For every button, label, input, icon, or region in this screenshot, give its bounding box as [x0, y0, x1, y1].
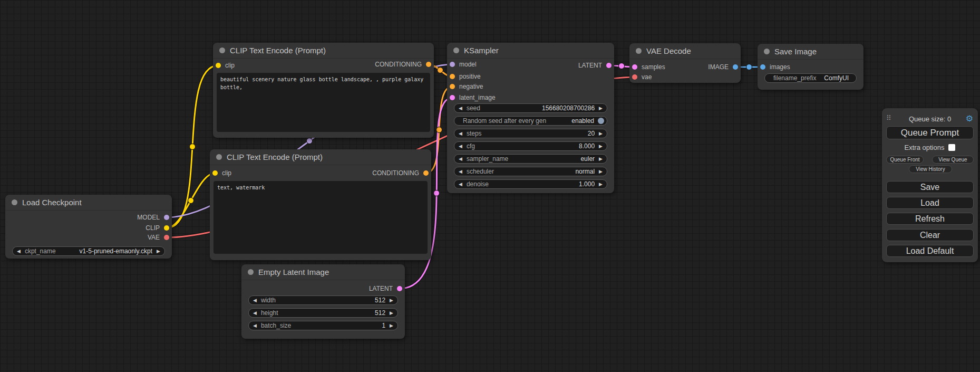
input-port-clip[interactable]: clip — [212, 169, 231, 177]
node-titlebar[interactable]: CLIP Text Encode (Prompt) — [213, 43, 434, 59]
node-titlebar[interactable]: Empty Latent Image — [241, 264, 405, 280]
decrement-arrow-icon[interactable]: ◀ — [454, 142, 467, 150]
increment-arrow-icon[interactable]: ▶ — [595, 104, 607, 112]
node-clip-text-encode-negative[interactable]: CLIP Text Encode (Prompt) clip CONDITION… — [210, 149, 431, 260]
node-collapse-dot-icon[interactable] — [764, 49, 770, 54]
increment-arrow-icon[interactable]: ▶ — [385, 309, 397, 317]
port-dot[interactable] — [164, 225, 169, 231]
input-port-positive[interactable]: positive — [450, 72, 481, 81]
port-dot[interactable] — [164, 215, 169, 220]
prompt-textarea[interactable]: beautiful scenery nature glass bottle la… — [217, 73, 430, 132]
output-port-conditioning[interactable]: CONDITIONING — [372, 169, 429, 177]
decrement-arrow-icon[interactable]: ◀ — [249, 296, 261, 304]
node-titlebar[interactable]: CLIP Text Encode (Prompt) — [210, 149, 431, 165]
port-dot[interactable] — [632, 64, 637, 70]
increment-arrow-icon[interactable]: ▶ — [385, 321, 397, 330]
decrement-arrow-icon[interactable]: ◀ — [249, 321, 261, 330]
decrement-arrow-icon[interactable]: ◀ — [454, 129, 467, 138]
port-dot[interactable] — [216, 63, 221, 68]
node-collapse-dot-icon[interactable] — [12, 199, 17, 205]
input-port-samples[interactable]: samples — [632, 63, 665, 71]
output-port-image[interactable]: IMAGE — [708, 63, 738, 71]
input-port-vae[interactable]: vae — [632, 73, 652, 81]
steps-widget[interactable]: ◀ steps 20 ▶ — [454, 129, 607, 138]
node-collapse-dot-icon[interactable] — [219, 47, 225, 53]
seed-widget[interactable]: ◀ seed 156680208700286 ▶ — [454, 103, 607, 113]
output-port-model[interactable]: MODEL — [137, 213, 169, 222]
decrement-arrow-icon[interactable]: ◀ — [13, 247, 25, 255]
increment-arrow-icon[interactable]: ▶ — [595, 129, 607, 138]
refresh-button[interactable]: Refresh — [886, 213, 974, 225]
node-titlebar[interactable]: KSampler — [447, 43, 614, 59]
node-save-image[interactable]: Save Image images filename_prefix ComfyU… — [758, 44, 863, 90]
port-dot[interactable] — [632, 74, 637, 80]
input-port-clip[interactable]: clip — [216, 61, 235, 70]
node-collapse-dot-icon[interactable] — [216, 154, 222, 160]
port-dot[interactable] — [450, 62, 455, 67]
node-collapse-dot-icon[interactable] — [453, 47, 459, 53]
view-queue-button[interactable]: View Queue — [932, 156, 974, 164]
node-collapse-dot-icon[interactable] — [248, 269, 254, 275]
decrement-arrow-icon[interactable]: ◀ — [454, 180, 467, 188]
output-port-latent[interactable]: LATENT — [369, 284, 402, 293]
port-dot[interactable] — [450, 74, 455, 79]
port-dot[interactable] — [760, 64, 765, 70]
node-clip-text-encode-positive[interactable]: CLIP Text Encode (Prompt) clip CONDITION… — [213, 43, 434, 138]
input-port-negative[interactable]: negative — [450, 82, 483, 91]
save-button[interactable]: Save — [886, 181, 974, 193]
node-titlebar[interactable]: VAE Decode — [629, 43, 741, 59]
extra-options-checkbox[interactable] — [948, 144, 955, 151]
node-ksampler[interactable]: KSampler model positive negative latent_… — [447, 43, 614, 193]
load-button[interactable]: Load — [886, 197, 974, 209]
decrement-arrow-icon[interactable]: ◀ — [454, 167, 467, 176]
port-dot[interactable] — [426, 62, 431, 67]
gear-icon[interactable]: ⚙ — [966, 113, 973, 123]
increment-arrow-icon[interactable]: ▶ — [595, 155, 607, 163]
decrement-arrow-icon[interactable]: ◀ — [454, 104, 467, 112]
denoise-widget[interactable]: ◀ denoise 1.000 ▶ — [454, 179, 607, 189]
port-dot[interactable] — [733, 64, 738, 70]
batch-size-widget[interactable]: ◀ batch_size 1 ▶ — [248, 321, 398, 330]
decrement-arrow-icon[interactable]: ◀ — [454, 155, 467, 163]
output-port-conditioning[interactable]: CONDITIONING — [375, 60, 431, 69]
port-dot[interactable] — [450, 95, 455, 100]
node-empty-latent-image[interactable]: Empty Latent Image LATENT ◀ width 512 ▶ … — [241, 264, 405, 339]
increment-arrow-icon[interactable]: ▶ — [595, 142, 607, 150]
filename-prefix-widget[interactable]: filename_prefix ComfyUI — [764, 73, 857, 83]
port-dot[interactable] — [423, 170, 429, 176]
port-dot[interactable] — [397, 286, 402, 291]
queue-prompt-button[interactable]: Queue Prompt — [886, 126, 974, 139]
port-dot[interactable] — [212, 170, 218, 176]
output-port-vae[interactable]: VAE — [148, 233, 169, 242]
port-dot[interactable] — [164, 235, 169, 240]
input-port-images[interactable]: images — [760, 63, 790, 71]
load-default-button[interactable]: Load Default — [886, 245, 974, 257]
prompt-textarea[interactable]: text, watermark — [214, 181, 428, 254]
increment-arrow-icon[interactable]: ▶ — [595, 167, 607, 176]
port-dot[interactable] — [606, 63, 612, 68]
output-port-latent[interactable]: LATENT — [578, 61, 612, 70]
random-seed-widget[interactable]: Random seed after every gen enabled — [454, 116, 607, 126]
port-dot[interactable] — [450, 84, 455, 89]
node-titlebar[interactable]: Save Image — [758, 44, 863, 60]
queue-front-button[interactable]: Queue Front — [886, 156, 924, 164]
input-port-latent-image[interactable]: latent_image — [450, 93, 496, 102]
view-history-button[interactable]: View History — [909, 165, 952, 173]
increment-arrow-icon[interactable]: ▶ — [385, 296, 397, 304]
sampler-name-widget[interactable]: ◀ sampler_name euler ▶ — [454, 154, 607, 164]
increment-arrow-icon[interactable]: ▶ — [595, 180, 607, 188]
node-load-checkpoint[interactable]: Load Checkpoint MODEL CLIP VAE ◀ ckpt_na… — [5, 195, 172, 259]
cfg-widget[interactable]: ◀ cfg 8.000 ▶ — [454, 141, 607, 151]
queue-panel[interactable]: ⠿ Queue size: 0 ⚙ Queue Prompt Extra opt… — [882, 108, 978, 262]
node-vae-decode[interactable]: VAE Decode samples vae IMAGE — [629, 43, 741, 83]
clear-button[interactable]: Clear — [886, 229, 974, 241]
width-widget[interactable]: ◀ width 512 ▶ — [248, 295, 398, 305]
input-port-model[interactable]: model — [450, 60, 477, 69]
toggle-indicator[interactable] — [598, 118, 604, 124]
ckpt-name-widget[interactable]: ◀ ckpt_name v1-5-pruned-emaonly.ckpt ▶ — [12, 246, 165, 256]
decrement-arrow-icon[interactable]: ◀ — [249, 309, 261, 317]
comfyui-canvas[interactable]: { "icons": { "left_arrow": "◀", "right_a… — [0, 0, 980, 372]
node-titlebar[interactable]: Load Checkpoint — [5, 195, 172, 211]
node-collapse-dot-icon[interactable] — [636, 48, 642, 54]
increment-arrow-icon[interactable]: ▶ — [152, 247, 164, 255]
